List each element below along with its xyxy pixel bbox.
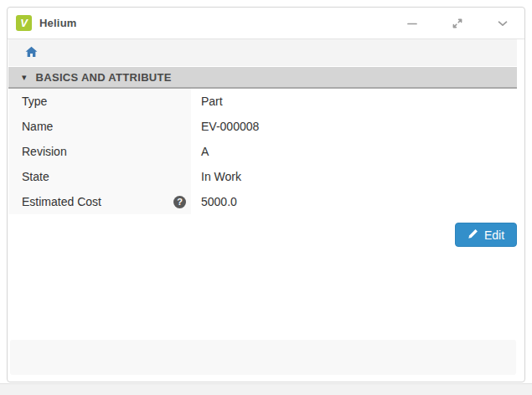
pencil-icon [467,228,478,242]
chevron-down-icon [496,17,509,30]
field-label-cell: Estimated Cost ? [8,189,191,214]
helium-widget-card: V Helium [7,7,525,382]
field-label: Name [22,120,53,133]
breadcrumb-home-button[interactable] [25,46,38,60]
collapse-button[interactable] [493,13,513,33]
field-label: Revision [22,145,67,158]
edit-button-label: Edit [484,228,504,242]
widget-body: ▾ BASICS AND ATTRIBUTE Type Part Name EV… [8,39,524,382]
expand-icon [451,17,464,30]
footer-panel [10,340,516,375]
minimize-icon [405,17,419,30]
field-value-cell: In Work [191,164,517,189]
field-value-cell: A [191,139,517,164]
widget-title-bar: V Helium [8,8,524,39]
field-value: Part [201,95,223,108]
widget-title: Helium [39,17,77,29]
edit-button[interactable]: Edit [455,223,517,247]
field-value: 5000.0 [201,195,237,208]
field-row-estimated-cost: Estimated Cost ? 5000.0 [8,189,517,214]
caret-down-icon: ▾ [22,73,27,82]
field-value: A [201,145,209,158]
field-label-cell: Name [8,114,191,139]
field-value-cell: EV-000008 [191,114,517,139]
helium-logo-icon: V [16,15,32,31]
home-icon [25,46,38,60]
field-label-cell: Type [8,89,191,114]
field-label: Estimated Cost [22,195,101,208]
body-spacer [8,247,517,340]
section-header-basics-and-attribute[interactable]: ▾ BASICS AND ATTRIBUTE [8,67,517,89]
field-label: Type [22,95,47,108]
actions-row: Edit [8,214,517,247]
field-row-revision: Revision A [8,139,517,164]
field-label-cell: Revision [8,139,191,164]
field-value-cell: 5000.0 [191,189,517,214]
help-icon[interactable]: ? [173,196,186,208]
expand-button[interactable] [447,13,467,33]
minimize-button[interactable] [402,13,422,33]
field-label: State [22,170,49,183]
field-row-name: Name EV-000008 [8,114,517,139]
field-label-cell: State [8,164,191,189]
field-value: EV-000008 [201,120,259,133]
page-background-strip [0,383,532,395]
breadcrumb [8,39,517,66]
field-value-cell: Part [191,89,517,114]
section-title: BASICS AND ATTRIBUTE [36,71,172,84]
attributes-table: Type Part Name EV-000008 Revision [8,89,517,214]
field-value: In Work [201,170,241,183]
field-row-state: State In Work [8,164,517,189]
field-row-type: Type Part [8,89,517,114]
